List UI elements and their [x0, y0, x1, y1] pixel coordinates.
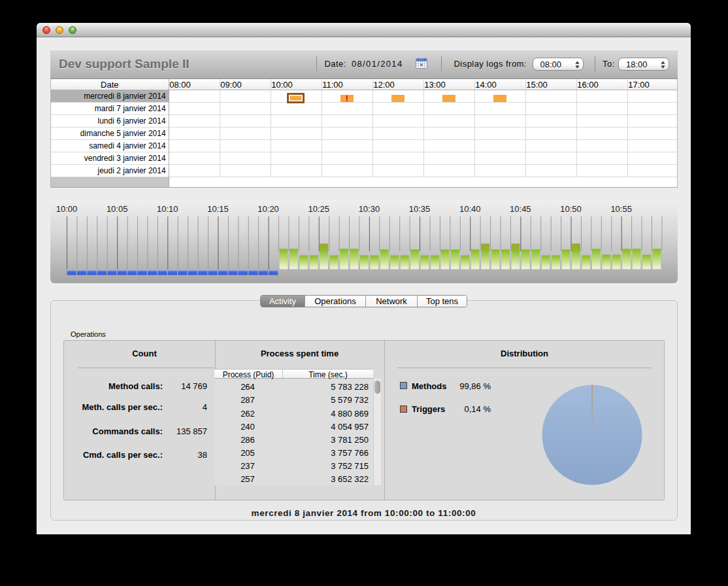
svg-text:10:30: 10:30	[359, 204, 380, 214]
svg-text:10:40: 10:40	[459, 204, 481, 214]
svg-text:10:55: 10:55	[610, 204, 632, 214]
svg-text:10:35: 10:35	[409, 204, 431, 214]
svg-text:10:05: 10:05	[107, 204, 128, 214]
svg-text:10:00: 10:00	[56, 204, 78, 214]
svg-text:10:15: 10:15	[207, 204, 229, 214]
svg-text:10:10: 10:10	[157, 204, 178, 214]
svg-text:10:50: 10:50	[560, 204, 582, 214]
svg-text:10:45: 10:45	[510, 204, 531, 214]
svg-text:10:25: 10:25	[308, 204, 329, 214]
svg-text:10:20: 10:20	[257, 204, 279, 214]
